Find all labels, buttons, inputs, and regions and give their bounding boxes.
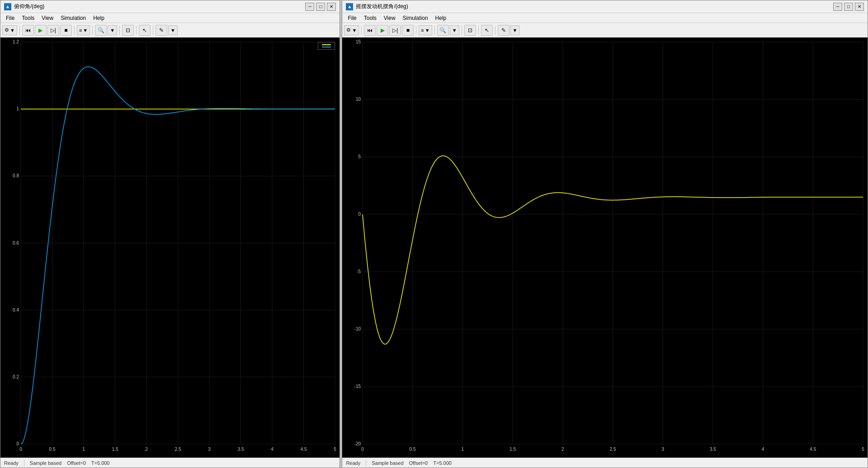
right-btn-cursor[interactable]: ↖: [481, 25, 493, 36]
right-menu-file[interactable]: File: [344, 14, 360, 22]
left-legend-item2: [322, 47, 331, 47]
right-status-sample: Sample based: [372, 460, 403, 466]
right-status-offset: Offset=0: [409, 460, 428, 466]
right-title-bar: ▲ 摇摆发动机摆角/(deg) ─ □ ✕: [342, 0, 868, 13]
right-btn-zoom-in[interactable]: 🔍: [437, 25, 449, 36]
left-legend: [318, 42, 335, 50]
left-toolbar-zoom[interactable]: ▼: [108, 25, 117, 35]
right-toolbar-source[interactable]: ≡ ▼: [419, 25, 432, 35]
left-sep2: [74, 26, 75, 35]
right-window: ▲ 摇摆发动机摆角/(deg) ─ □ ✕ File Tools View Si…: [342, 0, 868, 468]
right-maximize-btn[interactable]: □: [844, 3, 853, 11]
right-window-title: 摇摆发动机摆角/(deg): [356, 3, 408, 10]
right-canvas: [342, 38, 868, 458]
right-toolbar: ⚙ ▼ ⏮ ▶ ▷| ■ ≡ ▼ 🔍 ▼ ⊡ ↖ ✎ ▼: [342, 23, 868, 38]
left-menu-view[interactable]: View: [38, 14, 57, 22]
dropdown-arrow-right: ▼: [352, 28, 357, 33]
right-status-bar: Ready Sample based Offset=0 T=5.000: [342, 458, 868, 468]
right-menu-simulation[interactable]: Simulation: [399, 14, 432, 22]
left-minimize-btn[interactable]: ─: [305, 3, 314, 11]
right-close-btn[interactable]: ✕: [855, 3, 864, 11]
left-toolbar-source[interactable]: ≡ ▼: [77, 25, 90, 35]
left-canvas: [0, 38, 340, 458]
right-menu-tools[interactable]: Tools: [360, 14, 380, 22]
right-toolbar-zoom[interactable]: ▼: [450, 25, 459, 35]
right-toolbar-config[interactable]: ▼: [510, 25, 520, 35]
left-maximize-btn[interactable]: □: [316, 3, 325, 11]
right-title-left: ▲ 摇摆发动机摆角/(deg): [346, 3, 408, 10]
right-menu-view[interactable]: View: [380, 14, 399, 22]
right-sep6: [495, 26, 495, 35]
left-menu-help[interactable]: Help: [90, 14, 108, 22]
left-legend-item1: [322, 44, 331, 45]
left-legend-line2: [322, 47, 331, 47]
left-sep5: [136, 26, 137, 35]
dropdown-arrow2-right: ▼: [425, 28, 430, 33]
left-sep4: [119, 26, 120, 35]
right-btn-rewind[interactable]: ⏮: [364, 25, 376, 36]
left-btn-config[interactable]: ✎: [156, 25, 167, 36]
right-sep5: [478, 26, 479, 35]
left-window-icon: ▲: [4, 3, 11, 10]
right-toolbar-settings[interactable]: ⚙ ▼: [344, 25, 359, 35]
source-icon-right: ≡: [421, 28, 424, 33]
dropdown-arrow: ▼: [10, 28, 15, 33]
left-status-ready: Ready: [4, 460, 19, 466]
left-btn-stop[interactable]: ■: [60, 25, 72, 36]
right-status-ready: Ready: [346, 460, 360, 466]
right-plot-area: [342, 38, 868, 458]
left-status-offset: Offset=0: [67, 460, 86, 466]
right-minimize-btn[interactable]: ─: [833, 3, 842, 11]
left-close-btn[interactable]: ✕: [327, 3, 336, 11]
right-sep4: [462, 26, 462, 35]
left-menu-file[interactable]: File: [2, 14, 18, 22]
left-sep6: [153, 26, 153, 35]
right-sep2: [416, 26, 416, 35]
left-btn-step[interactable]: ▷|: [47, 25, 59, 36]
left-toolbar-settings[interactable]: ⚙ ▼: [2, 25, 17, 35]
left-title-controls: ─ □ ✕: [305, 3, 336, 11]
right-btn-play[interactable]: ▶: [377, 25, 388, 36]
left-legend-line1: [322, 44, 331, 45]
right-menu-bar: File Tools View Simulation Help: [342, 13, 868, 23]
left-window-title: 俯仰角/(deg): [14, 3, 44, 10]
left-title-bar: ▲ 俯仰角/(deg) ─ □ ✕: [0, 0, 340, 13]
left-window: ▲ 俯仰角/(deg) ─ □ ✕ File Tools View Simula…: [0, 0, 340, 468]
left-sep1: [19, 26, 20, 35]
right-btn-config[interactable]: ✎: [498, 25, 509, 36]
right-btn-fit[interactable]: ⊡: [464, 25, 476, 36]
left-title-left: ▲ 俯仰角/(deg): [4, 3, 44, 10]
right-status-sep1: [366, 460, 366, 466]
left-menu-bar: File Tools View Simulation Help: [0, 13, 340, 23]
right-window-icon: ▲: [346, 3, 353, 10]
right-sep1: [361, 26, 362, 35]
right-status-time: T=5.000: [433, 460, 452, 466]
gear-icon-right: ⚙: [346, 27, 351, 33]
dropdown-arrow2: ▼: [83, 28, 88, 33]
left-sep3: [92, 26, 93, 35]
left-btn-fit[interactable]: ⊡: [122, 25, 134, 36]
left-status-time: T=5.000: [91, 460, 110, 466]
left-btn-play[interactable]: ▶: [35, 25, 47, 36]
right-menu-help[interactable]: Help: [432, 14, 450, 22]
right-btn-stop[interactable]: ■: [402, 25, 414, 36]
left-status-bar: Ready Sample based Offset=0 T=5.000: [0, 458, 340, 468]
left-toolbar-config[interactable]: ▼: [168, 25, 178, 35]
left-menu-tools[interactable]: Tools: [18, 14, 38, 22]
left-btn-cursor[interactable]: ↖: [139, 25, 151, 36]
right-btn-step[interactable]: ▷|: [389, 25, 401, 36]
source-icon: ≡: [79, 28, 82, 33]
right-title-controls: ─ □ ✕: [833, 3, 864, 11]
right-sep3: [434, 26, 435, 35]
gear-icon: ⚙: [5, 27, 9, 33]
left-plot-area: [0, 38, 340, 458]
left-menu-simulation[interactable]: Simulation: [57, 14, 90, 22]
left-btn-zoom-in[interactable]: 🔍: [95, 25, 107, 36]
left-status-sep1: [24, 460, 24, 466]
left-btn-rewind[interactable]: ⏮: [22, 25, 34, 36]
left-status-sample: Sample based: [30, 460, 61, 466]
left-toolbar: ⚙ ▼ ⏮ ▶ ▷| ■ ≡ ▼ 🔍 ▼ ⊡ ↖ ✎ ▼: [0, 23, 340, 38]
